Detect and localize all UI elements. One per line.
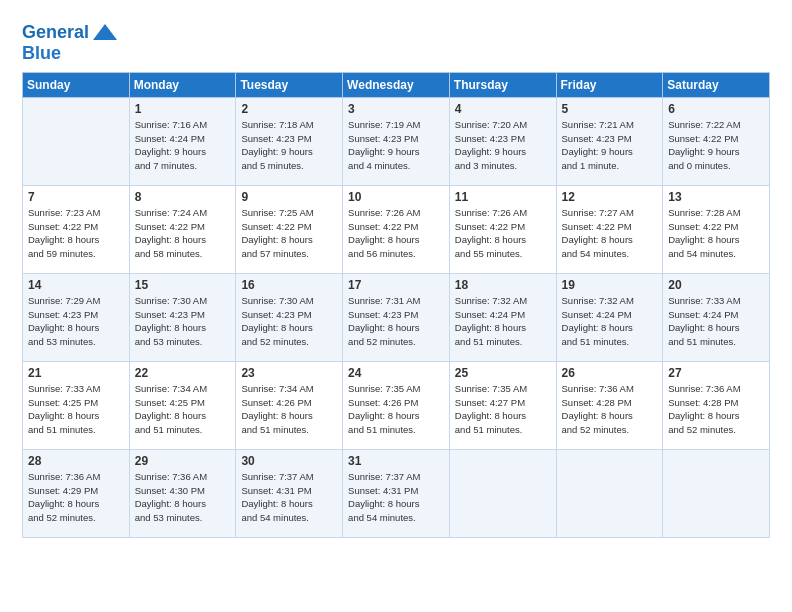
week-row-2: 7Sunrise: 7:23 AM Sunset: 4:22 PM Daylig… (23, 185, 770, 273)
calendar-cell: 21Sunrise: 7:33 AM Sunset: 4:25 PM Dayli… (23, 361, 130, 449)
day-info: Sunrise: 7:30 AM Sunset: 4:23 PM Dayligh… (135, 294, 231, 349)
calendar-cell: 18Sunrise: 7:32 AM Sunset: 4:24 PM Dayli… (449, 273, 556, 361)
calendar-cell: 24Sunrise: 7:35 AM Sunset: 4:26 PM Dayli… (343, 361, 450, 449)
logo-blue: Blue (22, 43, 61, 63)
day-info: Sunrise: 7:26 AM Sunset: 4:22 PM Dayligh… (455, 206, 551, 261)
day-number: 6 (668, 102, 764, 116)
day-info: Sunrise: 7:19 AM Sunset: 4:23 PM Dayligh… (348, 118, 444, 173)
day-number: 30 (241, 454, 337, 468)
day-number: 23 (241, 366, 337, 380)
day-info: Sunrise: 7:37 AM Sunset: 4:31 PM Dayligh… (241, 470, 337, 525)
calendar-cell: 31Sunrise: 7:37 AM Sunset: 4:31 PM Dayli… (343, 449, 450, 537)
day-number: 3 (348, 102, 444, 116)
calendar-cell: 28Sunrise: 7:36 AM Sunset: 4:29 PM Dayli… (23, 449, 130, 537)
calendar-cell: 1Sunrise: 7:16 AM Sunset: 4:24 PM Daylig… (129, 97, 236, 185)
calendar-cell: 14Sunrise: 7:29 AM Sunset: 4:23 PM Dayli… (23, 273, 130, 361)
day-info: Sunrise: 7:28 AM Sunset: 4:22 PM Dayligh… (668, 206, 764, 261)
header-day-monday: Monday (129, 72, 236, 97)
calendar-body: 1Sunrise: 7:16 AM Sunset: 4:24 PM Daylig… (23, 97, 770, 537)
day-info: Sunrise: 7:24 AM Sunset: 4:22 PM Dayligh… (135, 206, 231, 261)
day-info: Sunrise: 7:35 AM Sunset: 4:27 PM Dayligh… (455, 382, 551, 437)
day-number: 7 (28, 190, 124, 204)
calendar-cell: 19Sunrise: 7:32 AM Sunset: 4:24 PM Dayli… (556, 273, 663, 361)
day-number: 29 (135, 454, 231, 468)
day-info: Sunrise: 7:33 AM Sunset: 4:25 PM Dayligh… (28, 382, 124, 437)
day-number: 16 (241, 278, 337, 292)
header-day-tuesday: Tuesday (236, 72, 343, 97)
day-number: 17 (348, 278, 444, 292)
day-number: 19 (562, 278, 658, 292)
header-day-wednesday: Wednesday (343, 72, 450, 97)
day-number: 26 (562, 366, 658, 380)
day-number: 20 (668, 278, 764, 292)
calendar-cell (449, 449, 556, 537)
week-row-4: 21Sunrise: 7:33 AM Sunset: 4:25 PM Dayli… (23, 361, 770, 449)
calendar-cell: 7Sunrise: 7:23 AM Sunset: 4:22 PM Daylig… (23, 185, 130, 273)
calendar-cell: 17Sunrise: 7:31 AM Sunset: 4:23 PM Dayli… (343, 273, 450, 361)
day-number: 12 (562, 190, 658, 204)
day-info: Sunrise: 7:30 AM Sunset: 4:23 PM Dayligh… (241, 294, 337, 349)
calendar-cell: 12Sunrise: 7:27 AM Sunset: 4:22 PM Dayli… (556, 185, 663, 273)
calendar-cell: 23Sunrise: 7:34 AM Sunset: 4:26 PM Dayli… (236, 361, 343, 449)
week-row-3: 14Sunrise: 7:29 AM Sunset: 4:23 PM Dayli… (23, 273, 770, 361)
calendar-cell: 11Sunrise: 7:26 AM Sunset: 4:22 PM Dayli… (449, 185, 556, 273)
day-number: 11 (455, 190, 551, 204)
day-info: Sunrise: 7:22 AM Sunset: 4:22 PM Dayligh… (668, 118, 764, 173)
day-info: Sunrise: 7:20 AM Sunset: 4:23 PM Dayligh… (455, 118, 551, 173)
day-number: 10 (348, 190, 444, 204)
day-number: 18 (455, 278, 551, 292)
header-day-sunday: Sunday (23, 72, 130, 97)
day-number: 21 (28, 366, 124, 380)
day-info: Sunrise: 7:32 AM Sunset: 4:24 PM Dayligh… (562, 294, 658, 349)
calendar-cell (556, 449, 663, 537)
calendar-cell: 5Sunrise: 7:21 AM Sunset: 4:23 PM Daylig… (556, 97, 663, 185)
day-info: Sunrise: 7:34 AM Sunset: 4:25 PM Dayligh… (135, 382, 231, 437)
calendar-cell: 4Sunrise: 7:20 AM Sunset: 4:23 PM Daylig… (449, 97, 556, 185)
calendar-cell: 27Sunrise: 7:36 AM Sunset: 4:28 PM Dayli… (663, 361, 770, 449)
header-day-saturday: Saturday (663, 72, 770, 97)
day-number: 15 (135, 278, 231, 292)
calendar-cell: 16Sunrise: 7:30 AM Sunset: 4:23 PM Dayli… (236, 273, 343, 361)
calendar-cell: 10Sunrise: 7:26 AM Sunset: 4:22 PM Dayli… (343, 185, 450, 273)
day-info: Sunrise: 7:27 AM Sunset: 4:22 PM Dayligh… (562, 206, 658, 261)
calendar-cell: 9Sunrise: 7:25 AM Sunset: 4:22 PM Daylig… (236, 185, 343, 273)
logo-general: General (22, 22, 89, 42)
day-number: 9 (241, 190, 337, 204)
day-info: Sunrise: 7:32 AM Sunset: 4:24 PM Dayligh… (455, 294, 551, 349)
day-number: 14 (28, 278, 124, 292)
day-number: 4 (455, 102, 551, 116)
header-day-thursday: Thursday (449, 72, 556, 97)
day-number: 28 (28, 454, 124, 468)
day-info: Sunrise: 7:26 AM Sunset: 4:22 PM Dayligh… (348, 206, 444, 261)
calendar-cell: 22Sunrise: 7:34 AM Sunset: 4:25 PM Dayli… (129, 361, 236, 449)
day-number: 22 (135, 366, 231, 380)
day-info: Sunrise: 7:23 AM Sunset: 4:22 PM Dayligh… (28, 206, 124, 261)
calendar-cell: 2Sunrise: 7:18 AM Sunset: 4:23 PM Daylig… (236, 97, 343, 185)
day-info: Sunrise: 7:31 AM Sunset: 4:23 PM Dayligh… (348, 294, 444, 349)
calendar-cell: 30Sunrise: 7:37 AM Sunset: 4:31 PM Dayli… (236, 449, 343, 537)
day-info: Sunrise: 7:33 AM Sunset: 4:24 PM Dayligh… (668, 294, 764, 349)
day-info: Sunrise: 7:36 AM Sunset: 4:30 PM Dayligh… (135, 470, 231, 525)
calendar-cell: 3Sunrise: 7:19 AM Sunset: 4:23 PM Daylig… (343, 97, 450, 185)
day-number: 2 (241, 102, 337, 116)
day-number: 24 (348, 366, 444, 380)
day-info: Sunrise: 7:34 AM Sunset: 4:26 PM Dayligh… (241, 382, 337, 437)
week-row-5: 28Sunrise: 7:36 AM Sunset: 4:29 PM Dayli… (23, 449, 770, 537)
day-info: Sunrise: 7:36 AM Sunset: 4:28 PM Dayligh… (562, 382, 658, 437)
day-info: Sunrise: 7:18 AM Sunset: 4:23 PM Dayligh… (241, 118, 337, 173)
calendar-cell: 8Sunrise: 7:24 AM Sunset: 4:22 PM Daylig… (129, 185, 236, 273)
logo: General Blue (22, 22, 119, 64)
calendar-cell: 15Sunrise: 7:30 AM Sunset: 4:23 PM Dayli… (129, 273, 236, 361)
week-row-1: 1Sunrise: 7:16 AM Sunset: 4:24 PM Daylig… (23, 97, 770, 185)
day-number: 1 (135, 102, 231, 116)
svg-marker-0 (93, 24, 117, 40)
calendar-cell: 13Sunrise: 7:28 AM Sunset: 4:22 PM Dayli… (663, 185, 770, 273)
day-info: Sunrise: 7:35 AM Sunset: 4:26 PM Dayligh… (348, 382, 444, 437)
calendar-cell (23, 97, 130, 185)
day-info: Sunrise: 7:36 AM Sunset: 4:29 PM Dayligh… (28, 470, 124, 525)
calendar-header: SundayMondayTuesdayWednesdayThursdayFrid… (23, 72, 770, 97)
day-info: Sunrise: 7:25 AM Sunset: 4:22 PM Dayligh… (241, 206, 337, 261)
day-info: Sunrise: 7:37 AM Sunset: 4:31 PM Dayligh… (348, 470, 444, 525)
day-number: 8 (135, 190, 231, 204)
day-number: 13 (668, 190, 764, 204)
